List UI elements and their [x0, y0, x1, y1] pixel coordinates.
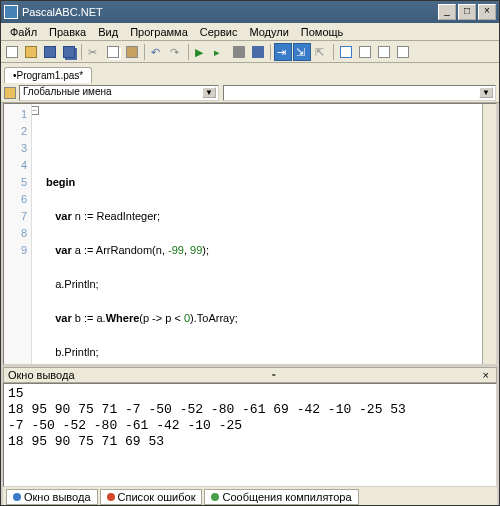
menu-service[interactable]: Сервис [194, 24, 244, 40]
line-number: 9 [4, 242, 27, 259]
tab-label: Список ошибок [118, 491, 196, 503]
tab-dot-icon [107, 493, 115, 501]
toolbar-separator [144, 44, 145, 60]
minimize-button[interactable]: _ [438, 4, 456, 20]
toolbar-separator [81, 44, 82, 60]
output-tab-compiler[interactable]: Сообщения компилятора [204, 489, 358, 505]
menu-file[interactable]: Файл [4, 24, 43, 40]
line-number: 8 [4, 225, 27, 242]
tab-dot-icon [211, 493, 219, 501]
title-bar: PascalABC.NET _ □ × [1, 1, 499, 23]
locals-icon[interactable] [375, 43, 393, 61]
output-panel[interactable]: 15 18 95 90 75 71 -7 -50 -52 -80 -61 69 … [3, 383, 497, 487]
watch-icon[interactable] [356, 43, 374, 61]
fold-toggle[interactable]: − [32, 106, 39, 115]
toolbar-separator [188, 44, 189, 60]
navigation-bar: Глобальные имена [1, 83, 499, 103]
save-icon[interactable] [41, 43, 59, 61]
tab-label: Сообщения компилятора [222, 491, 351, 503]
line-gutter: 1 2 3 4 5 6 7 8 9 [4, 104, 32, 364]
scope-dropdown[interactable]: Глобальные имена [19, 85, 219, 101]
line-number: 3 [4, 140, 27, 157]
copy-icon[interactable] [104, 43, 122, 61]
code-line: var b := a.Where(p -> p < 0).ToArray; [46, 310, 478, 327]
toolbar: ✂ ↶ ↷ ▶ ▸ ⇥ ⇲ ⇱ [1, 41, 499, 63]
new-file-icon[interactable] [3, 43, 21, 61]
vertical-scrollbar[interactable] [482, 104, 496, 364]
code-line: var n := ReadInteger; [46, 208, 478, 225]
stop-icon[interactable] [249, 43, 267, 61]
toolbar-separator [270, 44, 271, 60]
code-line: begin [46, 174, 478, 191]
output-close-icon[interactable]: × [480, 369, 492, 381]
paste-icon[interactable] [123, 43, 141, 61]
step-into-icon[interactable]: ⇲ [293, 43, 311, 61]
line-number: 7 [4, 208, 27, 225]
undo-icon[interactable]: ↶ [148, 43, 166, 61]
output-pin-icon[interactable]: ⁃ [271, 369, 277, 382]
run-icon[interactable]: ▶ [192, 43, 210, 61]
file-tab[interactable]: •Program1.pas* [4, 67, 92, 83]
menu-program[interactable]: Программа [124, 24, 194, 40]
save-all-icon[interactable] [60, 43, 78, 61]
menu-view[interactable]: Вид [92, 24, 124, 40]
compile-icon[interactable] [230, 43, 248, 61]
tab-dot-icon [13, 493, 21, 501]
code-editor[interactable]: 1 2 3 4 5 6 7 8 9 − begin var n := ReadI… [3, 103, 497, 365]
output-tab-bar: Окно вывода Список ошибок Сообщения комп… [3, 487, 497, 506]
output-window-icon[interactable] [337, 43, 355, 61]
code-line: b.Println; [46, 344, 478, 361]
run-no-debug-icon[interactable]: ▸ [211, 43, 229, 61]
menu-modules[interactable]: Модули [243, 24, 294, 40]
output-panel-header: Окно вывода ⁃ × [3, 367, 497, 383]
app-icon [4, 5, 18, 19]
step-over-icon[interactable]: ⇥ [274, 43, 292, 61]
line-number: 4 [4, 157, 27, 174]
code-area[interactable]: − begin var n := ReadInteger; var a := A… [32, 104, 482, 364]
line-number: 5 [4, 174, 27, 191]
line-number: 1 [4, 106, 27, 123]
step-out-icon[interactable]: ⇱ [312, 43, 330, 61]
code-line: a.Println; [46, 276, 478, 293]
debug-icon[interactable] [394, 43, 412, 61]
member-dropdown[interactable] [223, 85, 496, 101]
code-line: var a := ArrRandom(n, -99, 99); [46, 242, 478, 259]
output-title: Окно вывода [8, 369, 75, 381]
output-tab-errors[interactable]: Список ошибок [100, 489, 203, 505]
cut-icon[interactable]: ✂ [85, 43, 103, 61]
line-number: 2 [4, 123, 27, 140]
redo-icon[interactable]: ↷ [167, 43, 185, 61]
line-number: 6 [4, 191, 27, 208]
editor-tabs: •Program1.pas* [1, 63, 499, 83]
tab-label: Окно вывода [24, 491, 91, 503]
menu-edit[interactable]: Правка [43, 24, 92, 40]
close-button[interactable]: × [478, 4, 496, 20]
menu-bar: Файл Правка Вид Программа Сервис Модули … [1, 23, 499, 41]
output-tab-output[interactable]: Окно вывода [6, 489, 98, 505]
menu-help[interactable]: Помощь [295, 24, 350, 40]
toolbar-separator [333, 44, 334, 60]
window-title: PascalABC.NET [22, 6, 436, 18]
scope-icon [4, 87, 16, 99]
open-file-icon[interactable] [22, 43, 40, 61]
maximize-button[interactable]: □ [458, 4, 476, 20]
